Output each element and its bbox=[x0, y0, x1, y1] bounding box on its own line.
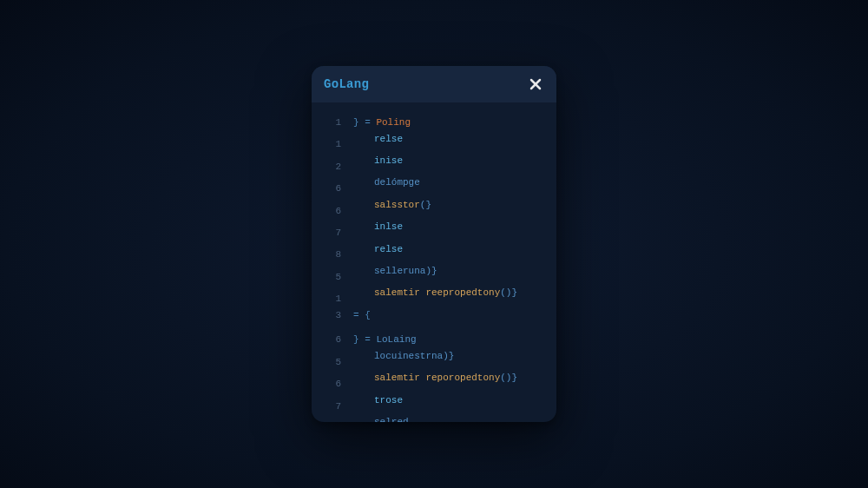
line-number: 1 bbox=[319, 420, 341, 422]
line-number: 6 bbox=[319, 376, 341, 392]
line-number: 5 bbox=[319, 354, 341, 371]
code-token: reepropedtony bbox=[425, 285, 500, 301]
line-number: 3 bbox=[319, 307, 341, 324]
code-token: )} bbox=[425, 263, 437, 280]
line-content: locuinestrna)} bbox=[353, 348, 454, 365]
line-number: 6 bbox=[319, 181, 341, 197]
code-line: 5locuinestrna)} bbox=[319, 348, 548, 370]
line-content: } = Poling bbox=[353, 115, 411, 131]
indent bbox=[353, 285, 374, 301]
code-line: 6delómpge bbox=[319, 175, 548, 196]
code-line: 7inlse bbox=[319, 219, 548, 241]
code-token: (} bbox=[420, 197, 431, 214]
line-content: selleruna)} bbox=[353, 263, 437, 280]
panel-header: GoLang bbox=[312, 66, 556, 102]
line-number: 2 bbox=[319, 159, 341, 175]
indent bbox=[353, 197, 374, 214]
indent bbox=[353, 370, 374, 386]
line-content: relse bbox=[353, 241, 403, 258]
indent bbox=[353, 219, 374, 235]
code-token: selred bbox=[374, 414, 409, 422]
code-line: 8relse bbox=[319, 241, 548, 263]
line-number: 5 bbox=[319, 269, 341, 286]
line-number: 1 bbox=[319, 136, 341, 153]
code-token: salemtir bbox=[374, 370, 425, 386]
indent bbox=[353, 241, 374, 258]
code-token: delómpge bbox=[374, 175, 420, 191]
code-token: } = bbox=[353, 332, 376, 348]
code-token: relse bbox=[374, 241, 403, 258]
line-content: relse bbox=[353, 131, 403, 148]
code-line: 6} = LoLaing bbox=[319, 332, 548, 348]
code-editor-panel: GoLang 1} = Poling1relse2inise6delómpge6… bbox=[312, 66, 556, 422]
code-token: locuinestrna bbox=[374, 348, 443, 365]
line-number: 7 bbox=[319, 399, 341, 415]
line-content: inise bbox=[353, 153, 403, 169]
indent bbox=[353, 263, 374, 280]
code-token: salemtir bbox=[374, 285, 425, 301]
panel-title: GoLang bbox=[324, 77, 369, 91]
code-token: inise bbox=[374, 153, 403, 169]
code-token: ()} bbox=[500, 370, 517, 386]
line-number: 6 bbox=[319, 203, 341, 220]
close-icon[interactable] bbox=[527, 76, 544, 93]
line-content: salemtir reporopedtony()} bbox=[353, 370, 517, 386]
code-token: LoLaing bbox=[376, 332, 416, 348]
code-token: reporopedtony bbox=[425, 370, 500, 386]
code-token: } = bbox=[353, 115, 376, 131]
code-spacer bbox=[319, 323, 548, 332]
code-token: relse bbox=[374, 131, 403, 148]
indent bbox=[353, 348, 374, 365]
line-content: salemtir reepropedtony()} bbox=[353, 285, 517, 301]
line-content: = { bbox=[353, 307, 371, 324]
code-line: 2inise bbox=[319, 153, 548, 175]
line-content: inlse bbox=[353, 219, 403, 235]
indent bbox=[353, 131, 374, 148]
code-line: 3= { bbox=[319, 307, 548, 324]
code-body[interactable]: 1} = Poling1relse2inise6delómpge6salssto… bbox=[312, 102, 556, 422]
line-content: selred bbox=[353, 414, 409, 422]
line-number: 8 bbox=[319, 247, 341, 263]
line-content: salsstor(} bbox=[353, 197, 431, 214]
code-line: 5selleruna)} bbox=[319, 263, 548, 285]
code-token: = { bbox=[353, 307, 371, 324]
code-token: )} bbox=[443, 348, 454, 365]
code-line: 6salemtir reporopedtony()} bbox=[319, 370, 548, 392]
line-content: } = LoLaing bbox=[353, 332, 417, 348]
line-content: delómpge bbox=[353, 175, 420, 191]
code-token: selleruna bbox=[374, 263, 425, 280]
code-line: 1} = Poling bbox=[319, 115, 548, 131]
code-line: 1selred bbox=[319, 414, 548, 422]
indent bbox=[353, 153, 374, 169]
indent bbox=[353, 175, 374, 191]
code-line: 1relse bbox=[319, 131, 548, 153]
code-line: 1salemtir reepropedtony()} bbox=[319, 285, 548, 307]
line-number: 1 bbox=[319, 291, 341, 307]
code-line: 6salsstor(} bbox=[319, 197, 548, 219]
code-token: Poling bbox=[376, 115, 411, 131]
indent bbox=[353, 414, 374, 422]
code-token: salsstor bbox=[374, 197, 420, 214]
line-content: trose bbox=[353, 392, 403, 409]
line-number: 6 bbox=[319, 332, 341, 348]
code-token: inlse bbox=[374, 219, 403, 235]
indent bbox=[353, 392, 374, 409]
code-line: 7trose bbox=[319, 392, 548, 414]
line-number: 1 bbox=[319, 115, 341, 131]
line-number: 7 bbox=[319, 225, 341, 241]
code-token: ()} bbox=[500, 285, 517, 301]
code-token: trose bbox=[374, 392, 403, 409]
